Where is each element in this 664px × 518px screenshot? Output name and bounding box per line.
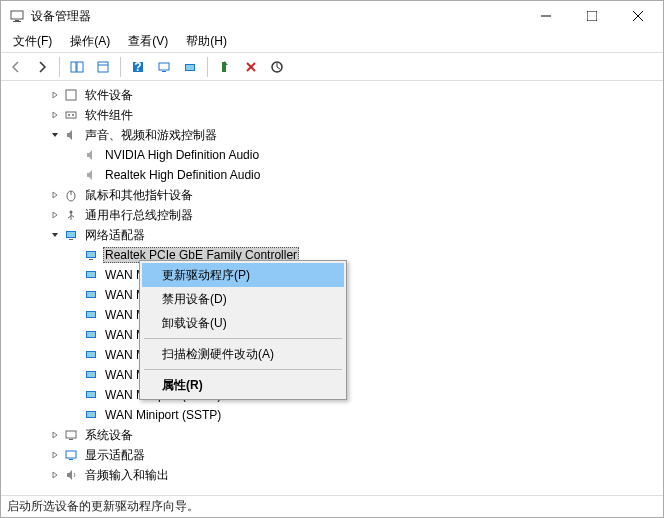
svg-rect-0 [11,11,23,19]
status-text: 启动所选设备的更新驱动程序向导。 [7,498,199,515]
network-adapter-icon [83,247,99,263]
tree-node-display[interactable]: 显示适配器 [1,445,663,465]
ctx-separator [144,338,342,339]
window-title: 设备管理器 [31,8,91,25]
ctx-separator [144,369,342,370]
node-label: 声音、视频和游戏控制器 [83,127,219,144]
back-button[interactable] [5,56,27,78]
node-label: 显示适配器 [83,447,147,464]
device-manager-window: 设备管理器 文件(F) 操作(A) 查看(V) 帮助(H) ? 软件设备 [0,0,664,518]
collapse-icon[interactable] [49,229,61,241]
tree-node-usb[interactable]: 通用串行总线控制器 [1,205,663,225]
forward-button[interactable] [31,56,53,78]
svg-rect-32 [67,232,75,237]
tree-node-nvidia-audio[interactable]: NVIDIA High Definition Audio [1,145,663,165]
svg-rect-42 [87,312,95,317]
help-button[interactable]: ? [127,56,149,78]
expand-icon[interactable] [49,89,61,101]
device-icon [63,87,79,103]
svg-rect-53 [66,431,76,438]
svg-text:?: ? [134,60,141,74]
ctx-scan[interactable]: 扫描检测硬件改动(A) [142,342,344,366]
ctx-disable[interactable]: 禁用设备(D) [142,287,344,311]
menu-file[interactable]: 文件(F) [5,31,60,52]
tree-node-wan-sstp[interactable]: WAN Miniport (SSTP) [1,405,663,425]
tree-node-mice[interactable]: 鼠标和其他指针设备 [1,185,663,205]
svg-rect-36 [89,259,93,260]
network-adapter-icon [83,327,99,343]
svg-rect-4 [587,11,597,21]
show-hide-tree-button[interactable] [66,56,88,78]
node-label: NVIDIA High Definition Audio [103,148,261,162]
svg-rect-56 [69,459,73,460]
svg-rect-55 [66,451,76,458]
menu-help[interactable]: 帮助(H) [178,31,235,52]
svg-rect-33 [69,239,73,240]
tree-node-realtek-audio[interactable]: Realtek High Definition Audio [1,165,663,185]
svg-point-23 [68,114,70,116]
network-adapter-icon [83,267,99,283]
expand-icon[interactable] [49,449,61,461]
scan-hardware-button[interactable] [153,56,175,78]
disable-device-button[interactable] [266,56,288,78]
svg-rect-44 [87,332,95,337]
network-adapter-icon [83,307,99,323]
statusbar: 启动所选设备的更新驱动程序向导。 [1,495,663,517]
network-adapter-icon [83,367,99,383]
speaker-icon [83,167,99,183]
expand-icon[interactable] [49,209,61,221]
svg-rect-48 [87,372,95,377]
update-driver-button[interactable] [179,56,201,78]
ctx-label: 更新驱动程序(P) [162,267,250,284]
computer-icon [63,427,79,443]
expand-icon[interactable] [49,109,61,121]
collapse-icon[interactable] [49,129,61,141]
svg-rect-1 [15,20,19,21]
properties-button[interactable] [92,56,114,78]
menu-view[interactable]: 查看(V) [120,31,176,52]
audio-icon [63,467,79,483]
ctx-label: 扫描检测硬件改动(A) [162,346,274,363]
node-label: 软件组件 [83,107,135,124]
ctx-update-driver[interactable]: 更新驱动程序(P) [142,263,344,287]
tree-node-system[interactable]: 系统设备 [1,425,663,445]
node-label: Realtek High Definition Audio [103,168,262,182]
network-adapter-icon [83,387,99,403]
node-label: 网络适配器 [83,227,147,244]
tree-node-network[interactable]: 网络适配器 [1,225,663,245]
expand-icon[interactable] [49,469,61,481]
svg-rect-54 [69,439,73,440]
ctx-uninstall[interactable]: 卸载设备(U) [142,311,344,335]
tree-node-sound[interactable]: 声音、视频和游戏控制器 [1,125,663,145]
menubar: 文件(F) 操作(A) 查看(V) 帮助(H) [1,31,663,53]
tree-node-audio-io[interactable]: 音频输入和输出 [1,465,663,485]
svg-rect-38 [87,272,95,277]
svg-rect-2 [13,21,21,22]
ctx-properties[interactable]: 属性(R) [142,373,344,397]
enable-device-button[interactable] [214,56,236,78]
network-adapter-icon [83,407,99,423]
speaker-icon [63,127,79,143]
network-adapter-icon [83,347,99,363]
uninstall-device-button[interactable] [240,56,262,78]
svg-rect-7 [71,62,76,72]
maximize-button[interactable] [569,1,615,31]
menu-action[interactable]: 操作(A) [62,31,118,52]
svg-rect-35 [87,252,95,257]
usb-icon [63,207,79,223]
tree-node-software-devices[interactable]: 软件设备 [1,85,663,105]
device-icon [63,107,79,123]
svg-point-24 [72,114,74,116]
svg-rect-40 [87,292,95,297]
node-label: WAN Miniport (SSTP) [103,408,223,422]
svg-rect-8 [77,62,83,72]
node-label: 音频输入和输出 [83,467,171,484]
svg-rect-22 [66,112,76,118]
context-menu: 更新驱动程序(P) 禁用设备(D) 卸载设备(U) 扫描检测硬件改动(A) 属性… [139,260,347,400]
expand-icon[interactable] [49,429,61,441]
tree-node-software-components[interactable]: 软件组件 [1,105,663,125]
close-button[interactable] [615,1,661,31]
expand-icon[interactable] [49,189,61,201]
minimize-button[interactable] [523,1,569,31]
svg-rect-13 [159,63,169,70]
